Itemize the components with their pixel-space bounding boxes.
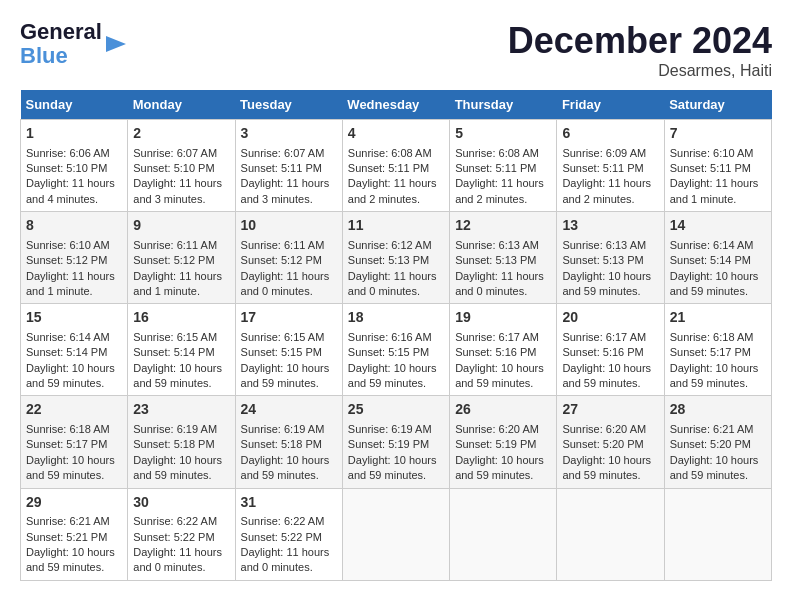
calendar-cell: 6Sunrise: 6:09 AMSunset: 5:11 PMDaylight… [557,120,664,212]
day-info: Sunrise: 6:07 AM [241,146,337,161]
day-info: Sunrise: 6:21 AM [26,514,122,529]
day-number: 8 [26,216,122,236]
day-info: Sunrise: 6:09 AM [562,146,658,161]
day-info: Sunset: 5:11 PM [455,161,551,176]
day-info: Sunrise: 6:08 AM [348,146,444,161]
calendar-cell: 12Sunrise: 6:13 AMSunset: 5:13 PMDayligh… [450,212,557,304]
day-info: Daylight: 11 hours [241,269,337,284]
day-info: Sunset: 5:11 PM [670,161,766,176]
day-info: Sunset: 5:14 PM [133,345,229,360]
calendar-cell: 15Sunrise: 6:14 AMSunset: 5:14 PMDayligh… [21,304,128,396]
day-info: and 59 minutes. [26,560,122,575]
day-info: Sunset: 5:13 PM [348,253,444,268]
day-info: and 0 minutes. [133,560,229,575]
day-info: Sunset: 5:14 PM [670,253,766,268]
calendar-cell: 11Sunrise: 6:12 AMSunset: 5:13 PMDayligh… [342,212,449,304]
day-info: Daylight: 10 hours [455,453,551,468]
calendar-week-2: 8Sunrise: 6:10 AMSunset: 5:12 PMDaylight… [21,212,772,304]
day-info: Daylight: 10 hours [241,361,337,376]
day-info: and 0 minutes. [241,284,337,299]
calendar-cell: 23Sunrise: 6:19 AMSunset: 5:18 PMDayligh… [128,396,235,488]
day-number: 1 [26,124,122,144]
column-header-tuesday: Tuesday [235,90,342,120]
day-info: Daylight: 10 hours [26,361,122,376]
calendar-table: SundayMondayTuesdayWednesdayThursdayFrid… [20,90,772,581]
day-info: Sunset: 5:12 PM [241,253,337,268]
calendar-cell: 20Sunrise: 6:17 AMSunset: 5:16 PMDayligh… [557,304,664,396]
day-info: Sunrise: 6:20 AM [455,422,551,437]
day-info: Daylight: 11 hours [670,176,766,191]
day-info: Sunrise: 6:20 AM [562,422,658,437]
day-info: Sunset: 5:16 PM [562,345,658,360]
day-info: Sunrise: 6:19 AM [348,422,444,437]
day-info: and 59 minutes. [348,468,444,483]
column-header-sunday: Sunday [21,90,128,120]
day-number: 24 [241,400,337,420]
day-number: 20 [562,308,658,328]
day-info: Sunset: 5:19 PM [455,437,551,452]
day-info: Sunrise: 6:22 AM [241,514,337,529]
calendar-cell [342,488,449,580]
day-number: 12 [455,216,551,236]
day-number: 31 [241,493,337,513]
day-number: 19 [455,308,551,328]
column-header-saturday: Saturday [664,90,771,120]
day-number: 26 [455,400,551,420]
day-info: Sunrise: 6:17 AM [562,330,658,345]
day-info: Daylight: 11 hours [133,176,229,191]
calendar-cell [557,488,664,580]
day-number: 6 [562,124,658,144]
day-info: Daylight: 10 hours [562,453,658,468]
day-number: 3 [241,124,337,144]
day-number: 11 [348,216,444,236]
day-info: Sunrise: 6:15 AM [133,330,229,345]
day-info: and 2 minutes. [348,192,444,207]
calendar-cell: 1Sunrise: 6:06 AMSunset: 5:10 PMDaylight… [21,120,128,212]
day-info: Sunset: 5:20 PM [670,437,766,452]
calendar-cell: 7Sunrise: 6:10 AMSunset: 5:11 PMDaylight… [664,120,771,212]
day-info: Sunset: 5:18 PM [133,437,229,452]
month-title: December 2024 [508,20,772,62]
day-info: Daylight: 11 hours [133,269,229,284]
day-info: and 59 minutes. [348,376,444,391]
day-info: Daylight: 10 hours [26,545,122,560]
day-info: Daylight: 10 hours [133,361,229,376]
day-info: Sunset: 5:21 PM [26,530,122,545]
day-info: and 1 minute. [133,284,229,299]
calendar-cell: 3Sunrise: 6:07 AMSunset: 5:11 PMDaylight… [235,120,342,212]
calendar-cell: 31Sunrise: 6:22 AMSunset: 5:22 PMDayligh… [235,488,342,580]
calendar-cell: 24Sunrise: 6:19 AMSunset: 5:18 PMDayligh… [235,396,342,488]
day-info: Sunrise: 6:08 AM [455,146,551,161]
day-info: Sunset: 5:13 PM [562,253,658,268]
day-info: Sunset: 5:11 PM [562,161,658,176]
day-info: Sunrise: 6:13 AM [455,238,551,253]
day-number: 17 [241,308,337,328]
logo-text-general: General [20,20,102,44]
day-info: Sunrise: 6:11 AM [133,238,229,253]
day-info: Sunset: 5:12 PM [133,253,229,268]
day-info: Sunset: 5:22 PM [241,530,337,545]
day-info: Sunset: 5:20 PM [562,437,658,452]
day-number: 4 [348,124,444,144]
calendar-cell: 8Sunrise: 6:10 AMSunset: 5:12 PMDaylight… [21,212,128,304]
day-info: and 2 minutes. [562,192,658,207]
day-info: Sunrise: 6:12 AM [348,238,444,253]
calendar-cell: 30Sunrise: 6:22 AMSunset: 5:22 PMDayligh… [128,488,235,580]
day-info: Daylight: 10 hours [133,453,229,468]
calendar-cell: 9Sunrise: 6:11 AMSunset: 5:12 PMDaylight… [128,212,235,304]
day-info: and 1 minute. [670,192,766,207]
calendar-cell: 14Sunrise: 6:14 AMSunset: 5:14 PMDayligh… [664,212,771,304]
day-info: Daylight: 10 hours [455,361,551,376]
day-info: Daylight: 11 hours [133,545,229,560]
day-info: Sunrise: 6:10 AM [670,146,766,161]
day-info: and 59 minutes. [455,376,551,391]
calendar-cell: 29Sunrise: 6:21 AMSunset: 5:21 PMDayligh… [21,488,128,580]
day-info: and 0 minutes. [241,560,337,575]
day-info: Daylight: 11 hours [455,269,551,284]
logo: General Blue [20,20,130,68]
day-info: Sunset: 5:11 PM [241,161,337,176]
day-info: Sunset: 5:18 PM [241,437,337,452]
day-number: 2 [133,124,229,144]
calendar-cell: 19Sunrise: 6:17 AMSunset: 5:16 PMDayligh… [450,304,557,396]
day-info: and 3 minutes. [241,192,337,207]
